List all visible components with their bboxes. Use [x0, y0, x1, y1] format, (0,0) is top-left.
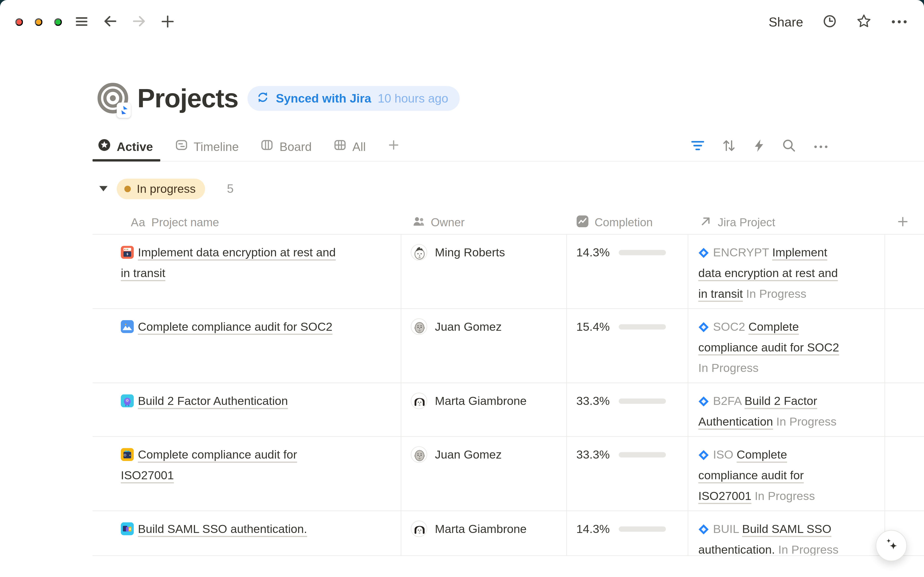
table-row[interactable]: Build SAML SSO authentication. Marta Gia… — [92, 511, 924, 556]
progress-bar — [619, 399, 666, 404]
completion-percent: 15.4% — [576, 316, 610, 337]
owner-cell[interactable]: Juan Gomez — [401, 437, 567, 511]
triangle-down-icon — [99, 184, 108, 193]
jira-project-cell[interactable]: BUIL Build SAML SSO authentication. In P… — [688, 511, 885, 556]
plus-icon — [388, 139, 399, 154]
owner-cell[interactable]: Marta Giambrone — [401, 511, 567, 556]
back-button[interactable] — [103, 14, 117, 30]
owl-app-icon — [121, 393, 134, 406]
column-header-project-name[interactable]: Aa Project name — [92, 216, 401, 229]
project-name-link[interactable]: Complete compliance audit for ISO27001 — [121, 448, 297, 482]
view-toolbar — [691, 132, 828, 161]
column-header-jira-project[interactable]: Jira Project — [688, 215, 885, 230]
automations-button[interactable] — [753, 139, 765, 155]
view-tabs-bar: Active Timeline Board All — [92, 132, 924, 161]
jira-project-cell[interactable]: B2FA Build 2 Factor Authentication In Pr… — [688, 383, 885, 436]
table-row[interactable]: Implement data encryption at rest and in… — [92, 235, 924, 309]
completion-cell[interactable]: 14.3% — [567, 511, 688, 556]
jira-project-cell[interactable]: ENCRYPT Implement data encryption at res… — [688, 235, 885, 308]
more-options-button[interactable] — [891, 18, 908, 26]
favorite-button[interactable] — [856, 13, 871, 31]
mountain-app-icon — [121, 319, 134, 332]
back-arrow-icon — [103, 14, 117, 30]
project-name-cell[interactable]: Build 2 Factor Authentication — [92, 383, 401, 436]
tab-timeline-view[interactable]: Timeline — [175, 132, 239, 161]
minimize-window-button[interactable] — [35, 18, 42, 26]
completion-cell[interactable]: 33.3% — [567, 437, 688, 511]
completion-cell[interactable]: 14.3% — [567, 235, 688, 308]
jira-issue-status: In Progress — [746, 287, 806, 300]
jira-diamond-icon — [698, 446, 709, 457]
owner-cell[interactable]: Juan Gomez — [401, 309, 567, 382]
marta-giambrone-avatar — [411, 393, 427, 409]
tab-all-view[interactable]: All — [334, 132, 366, 161]
table-row[interactable]: Complete compliance audit for SOC2 Juan … — [92, 309, 924, 383]
synced-with-jira-badge[interactable]: Synced with Jira 10 hours ago — [247, 86, 460, 111]
automation-bolt-icon — [753, 139, 765, 155]
view-more-button[interactable] — [813, 142, 829, 151]
project-name-link[interactable]: Implement data encryption at rest and in… — [121, 246, 336, 279]
completion-cell[interactable]: 33.3% — [567, 383, 688, 436]
project-name-cell[interactable]: Implement data encryption at rest and in… — [92, 235, 401, 308]
completion-percent: 33.3% — [576, 391, 610, 412]
add-column-button[interactable] — [897, 216, 909, 229]
close-window-button[interactable] — [15, 18, 23, 26]
completion-cell[interactable]: 15.4% — [567, 309, 688, 382]
owner-cell[interactable]: Ming Roberts — [401, 235, 567, 308]
jira-overlay-badge-icon — [117, 103, 131, 118]
history-clock-icon — [823, 14, 837, 30]
jira-project-cell[interactable]: SOC2 Complete compliance audit for SOC2 … — [688, 309, 885, 382]
project-name-link[interactable]: Build 2 Factor Authentication — [138, 394, 288, 407]
column-header-owner[interactable]: Owner — [401, 215, 567, 230]
tab-active-view[interactable]: Active — [92, 132, 153, 161]
jira-issue-key: B2FA — [713, 394, 741, 407]
project-name-cell[interactable]: Complete compliance audit for ISO27001 — [92, 437, 401, 511]
juan-gomez-avatar — [411, 318, 427, 335]
sidebar-menu-button[interactable] — [75, 15, 88, 30]
lock-app-icon — [121, 245, 134, 258]
filter-button[interactable] — [691, 139, 705, 154]
jira-issue-status: In Progress — [778, 543, 838, 556]
table-row[interactable]: Build 2 Factor Authentication Marta Giam… — [92, 383, 924, 437]
progress-bar — [619, 324, 666, 330]
history-button[interactable] — [823, 14, 837, 30]
sync-icon — [257, 91, 270, 105]
column-header-completion[interactable]: Completion — [567, 215, 688, 230]
collapse-group-button[interactable] — [99, 184, 108, 193]
ellipsis-icon — [891, 18, 908, 26]
ai-sparkle-icon — [883, 537, 900, 555]
forward-button[interactable] — [132, 14, 146, 30]
table-options-button[interactable] — [923, 218, 924, 227]
window-topbar: Share — [0, 0, 924, 44]
project-name-link[interactable]: Build SAML SSO authentication. — [138, 522, 307, 535]
jira-project-cell[interactable]: ISO Complete compliance audit for ISO270… — [688, 437, 885, 511]
project-name-cell[interactable]: Complete compliance audit for SOC2 — [92, 309, 401, 382]
people-icon — [413, 215, 425, 230]
search-button[interactable] — [782, 139, 796, 155]
jira-issue-key: SOC2 — [713, 320, 745, 333]
owner-name: Juan Gomez — [435, 445, 502, 465]
synced-label: Synced with Jira — [276, 91, 371, 105]
jira-issue-status: In Progress — [698, 361, 758, 374]
project-name-cell[interactable]: Build SAML SSO authentication. — [92, 511, 401, 556]
table-body: Implement data encryption at rest and in… — [92, 235, 924, 556]
share-button[interactable]: Share — [768, 15, 803, 30]
table-row[interactable]: Complete compliance audit for ISO27001 J… — [92, 437, 924, 511]
status-dot-icon — [124, 185, 131, 192]
project-name-link[interactable]: Complete compliance audit for SOC2 — [138, 320, 333, 333]
progress-bar — [619, 527, 666, 532]
add-view-button[interactable] — [388, 132, 399, 161]
new-tab-button[interactable] — [161, 15, 174, 30]
tab-board-view[interactable]: Board — [260, 132, 312, 161]
zoom-window-button[interactable] — [54, 18, 62, 26]
status-badge[interactable]: In progress — [117, 178, 205, 199]
ai-assistant-button[interactable] — [876, 530, 907, 561]
sort-button[interactable] — [722, 139, 736, 155]
page-target-icon — [97, 82, 129, 114]
jira-diamond-icon — [698, 520, 709, 531]
empty-cell — [885, 309, 924, 382]
text-type-icon: Aa — [131, 216, 146, 229]
page-title: Projects — [137, 83, 238, 113]
owner-cell[interactable]: Marta Giambrone — [401, 383, 567, 436]
sort-icon — [722, 139, 736, 155]
